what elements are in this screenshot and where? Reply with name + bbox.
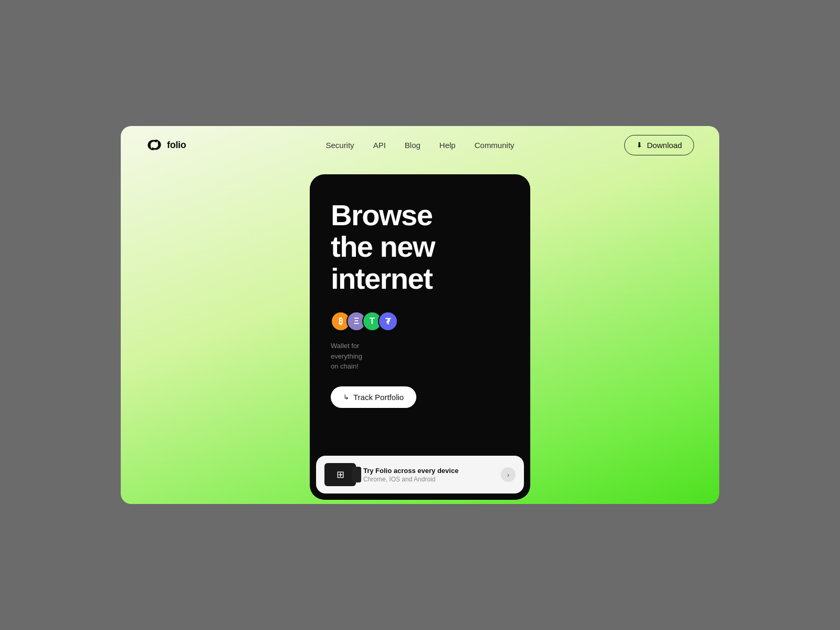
track-btn-label: Track Portfolio	[353, 393, 404, 402]
navbar: folio Security API Blog Help Community ⬇…	[121, 126, 719, 164]
wallet-desc: Wallet for everything on chain!	[331, 341, 509, 372]
device-icon: ⊞	[324, 463, 356, 486]
wallet-line3: on chain!	[331, 362, 359, 370]
coin-usdt: ₮	[378, 311, 398, 331]
download-icon: ⬇	[636, 141, 643, 149]
track-icon: ↳	[343, 393, 349, 401]
hero-title: Browse the new internet	[331, 200, 509, 295]
hero-title-line2: the new	[331, 230, 435, 263]
phone-card: Browse the new internet ₿ Ξ T ₮ Wallet f…	[310, 174, 530, 500]
track-portfolio-button[interactable]: ↳ Track Portfolio	[331, 386, 416, 408]
nav-blog[interactable]: Blog	[405, 141, 421, 150]
nav-community[interactable]: Community	[475, 141, 514, 150]
phone-inner: Browse the new internet ₿ Ξ T ₮ Wallet f…	[310, 174, 530, 456]
bottom-promo: ⊞ Try Folio across every device Chrome, …	[316, 456, 524, 494]
logo-text: folio	[167, 140, 186, 151]
crypto-coins: ₿ Ξ T ₮	[331, 311, 509, 331]
promo-arrow-button[interactable]: ›	[501, 467, 516, 482]
promo-text: Try Folio across every device Chrome, IO…	[363, 467, 494, 483]
windows-logo-icon: ⊞	[337, 469, 344, 480]
hero-title-line3: internet	[331, 262, 432, 295]
nav-help[interactable]: Help	[439, 141, 456, 150]
wallet-line1: Wallet for	[331, 342, 359, 350]
logo-icon	[146, 140, 163, 150]
download-button[interactable]: ⬇ Download	[624, 135, 694, 155]
promo-arrow-icon: ›	[507, 471, 509, 479]
main-content: Browse the new internet ₿ Ξ T ₮ Wallet f…	[121, 164, 719, 504]
nav-links: Security API Blog Help Community	[326, 141, 514, 150]
logo[interactable]: folio	[146, 140, 186, 151]
hero-title-line1: Browse	[331, 198, 432, 232]
promo-title: Try Folio across every device	[363, 467, 494, 475]
nav-security[interactable]: Security	[326, 141, 354, 150]
browser-window: folio Security API Blog Help Community ⬇…	[121, 126, 719, 504]
promo-subtitle: Chrome, IOS and Android	[363, 476, 494, 483]
nav-api[interactable]: API	[373, 141, 386, 150]
wallet-line2: everything	[331, 352, 362, 360]
download-label: Download	[647, 141, 682, 150]
